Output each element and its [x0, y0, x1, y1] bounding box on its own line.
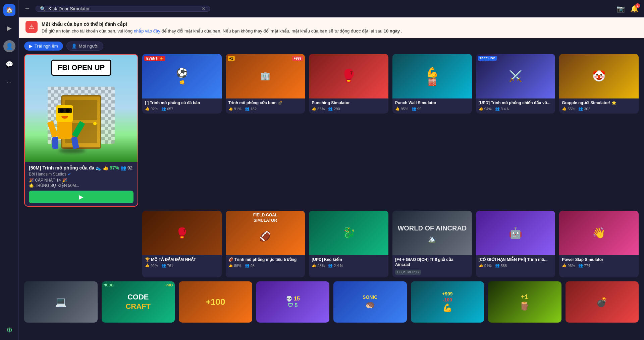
back-button[interactable]: ← — [24, 5, 30, 12]
game-thumbnail-g18: +999 -100 💪 — [411, 281, 484, 323]
game-info-g11: [CÓ GIỚI HẠN MIỄN PHÍ] Trình mô... 👍91% … — [476, 255, 555, 271]
game-title-g4: Punch Wall Simulator — [395, 100, 469, 106]
alert-banner: ⚠ Mật khẩu của bạn có thể bị đánh cắp! Đ… — [19, 17, 644, 38]
alert-title: Mật khẩu của bạn có thể bị đánh cắp! — [42, 21, 402, 28]
game-grid-row2: 🥊 🏆 MÔ TẢ ĐẤM ĐẤM NHẤT 👍92% 👥761 FIELD G… — [24, 211, 639, 277]
game-title-g9: [UPD] Kéo kiếm — [312, 257, 386, 263]
ugc-badge-g5: FREE UGC — [478, 56, 497, 61]
game-thumbnail-g19: +1 🪵 — [488, 281, 561, 323]
sidebar-item-home[interactable]: 🏠 — [3, 4, 15, 16]
alert-body: Để giữ an toàn cho tài khoản của bạn, vu… — [42, 28, 402, 35]
sidebar-item-chat[interactable]: 💬 — [3, 58, 15, 70]
game-stats-g12: 👍96% 👥774 — [562, 263, 636, 268]
game-info-g10: [F4 + GIAO DỊCH] Thế giới của Aincrad Đư… — [392, 255, 472, 277]
content-area: FBI OPEN UP [50M] Trình mô phỏng cửa đá … — [19, 54, 644, 340]
featured-play-button[interactable]: ▶ — [29, 191, 133, 203]
alert-icon: ⚠ — [25, 21, 38, 33]
game-thumbnail-g12: 👋 — [559, 211, 639, 255]
verified-badge: ✔ — [68, 172, 71, 177]
game-grid-row1: FBI OPEN UP [50M] Trình mô phỏng cửa đá … — [24, 54, 639, 207]
game-grid-row3: 💻 NOOB PRO CODE CRAFT +100 — [24, 281, 639, 323]
game-title-g10: [F4 + GIAO DỊCH] Thế giới của Aincrad — [395, 257, 469, 268]
game-title-g5: [UPD] Trình mô phỏng chiến đấu vũ... — [479, 100, 553, 106]
game-card-g13[interactable]: 💻 — [24, 281, 98, 323]
sidebar: 🏠 ▶ 👤 💬 ··· ⊕ — [0, 0, 19, 340]
game-card-g4[interactable]: 💪 🧱 Punch Wall Simulator 👍95% 👥99 — [392, 54, 472, 114]
clear-search-icon[interactable]: ✕ — [202, 6, 206, 11]
game-info-g5: [UPD] Trình mô phỏng chiến đấu vũ... 👍94… — [476, 98, 555, 114]
game-stats-g6: 👍55% 👥302 — [562, 107, 636, 111]
game-card-g11[interactable]: 🤖 [CÓ GIỚI HẠN MIỄN PHÍ] Trình mô... 👍91… — [476, 211, 555, 277]
sidebar-item-more[interactable]: ··· — [3, 76, 15, 88]
game-card-g1[interactable]: ⚽ 👊 EVENT! ⚡ [ ] Trình mô phỏng cú đá bà… — [142, 54, 222, 114]
game-card-g5[interactable]: ⚔️ FREE UGC [UPD] Trình mô phỏng chiến đ… — [476, 54, 555, 114]
game-thumbnail-g14: NOOB PRO CODE CRAFT — [102, 281, 175, 323]
game-stats-g7: 👍92% 👥761 — [145, 263, 219, 268]
game-thumbnail-g2: 🏢 +999 +1 — [226, 54, 305, 98]
game-stats-g3: 👍83% 👥290 — [312, 107, 386, 111]
filter-tab-experience[interactable]: ▶ Trải nghiệm — [24, 42, 63, 51]
game-info-g2: Trình mô phỏng cửa bom 💣 👍91% 👥182 — [226, 98, 305, 114]
game-title-g8: 🏈 Trình mô phỏng mục tiêu trường — [228, 257, 303, 263]
game-card-g20[interactable]: 💣 — [566, 281, 639, 323]
game-info-g3: Punching Simulator 👍83% 👥290 — [309, 98, 388, 114]
camera-icon[interactable]: 📷 — [616, 5, 625, 13]
play-icon: ▶ — [29, 44, 33, 49]
featured-game-card[interactable]: FBI OPEN UP [50M] Trình mô phỏng cửa đá … — [24, 54, 138, 207]
game-stats-g2: 👍91% 👥182 — [228, 107, 303, 111]
game-card-g16[interactable]: 💀 15 🛡 5 — [256, 281, 330, 323]
game-thumbnail-g1: ⚽ 👊 EVENT! ⚡ — [142, 54, 222, 98]
game-card-g19[interactable]: +1 🪵 — [488, 281, 561, 323]
game-info-g12: Power Slap Simulator 👍96% 👥774 — [559, 255, 639, 271]
game-card-g3[interactable]: 🥊 Punching Simulator 👍83% 👥290 — [309, 54, 388, 114]
game-card-g6[interactable]: 🤡 Grapple người Simulator! ⭐ 👍55% 👥302 — [559, 54, 639, 114]
game-card-g14[interactable]: NOOB PRO CODE CRAFT — [102, 281, 175, 323]
game-thumbnail-g9: 🐉 — [309, 211, 388, 255]
corner-badge-plus: +1 — [228, 56, 235, 61]
game-stats-g5: 👍94% 👥3.4 N — [479, 107, 553, 111]
game-thumbnail-g13: 💻 — [24, 281, 98, 323]
game-thumbnail-g4: 💪 🧱 — [392, 54, 472, 98]
game-thumbnail-g11: 🤖 — [476, 211, 555, 255]
filter-tab-people[interactable]: 👤 Mọi người — [66, 42, 104, 51]
game-card-g7[interactable]: 🥊 🏆 MÔ TẢ ĐẤM ĐẤM NHẤT 👍92% 👥761 — [142, 211, 222, 277]
game-stats-g4: 👍95% 👥99 — [395, 107, 469, 111]
game-thumbnail-g15: +100 — [179, 281, 252, 323]
game-card-g9[interactable]: 🐉 [UPD] Kéo kiếm 👍98% 👥2.4 N — [309, 211, 388, 277]
game-card-g10[interactable]: WORLD OF AINCRAD 🏔️ [F4 + GIAO DỊCH] Thế… — [392, 211, 472, 277]
notification-badge: 1 — [635, 3, 640, 8]
topbar-right: 📷 🔔 1 — [616, 5, 639, 13]
search-input[interactable] — [48, 6, 199, 11]
game-card-g8[interactable]: FIELD GOAL SIMULATOR 🏈 🏈 Trình mô phỏng … — [226, 211, 305, 277]
filter-tabs: ▶ Trải nghiệm 👤 Mọi người — [19, 38, 644, 54]
game-title-g2: Trình mô phỏng cửa bom 💣 — [228, 100, 303, 106]
sponsored-badge-g10: Được Tài Trợ ℹ — [395, 270, 421, 275]
game-stats-g8: 👍86% 👥98 — [228, 263, 303, 268]
game-stats-g1: 👍92% 👥657 — [145, 107, 219, 111]
sidebar-item-robux[interactable]: ⊕ — [3, 324, 15, 336]
game-card-g2[interactable]: 🏢 +999 +1 Trình mô phỏng cửa bom 💣 👍91% … — [226, 54, 305, 114]
game-info-g1: [ ] Trình mô phỏng cú đá bàn 👍92% 👥657 — [142, 98, 222, 114]
game-thumbnail-g20: 💣 — [566, 281, 639, 323]
game-card-g15[interactable]: +100 — [179, 281, 252, 323]
sidebar-item-play[interactable]: ▶ — [3, 22, 15, 34]
notification-icon[interactable]: 🔔 1 — [630, 5, 639, 13]
game-info-g8: 🏈 Trình mô phỏng mục tiêu trường 👍86% 👥9… — [226, 255, 305, 271]
sidebar-item-avatar[interactable]: 👤 — [3, 40, 15, 52]
game-card-g12[interactable]: 👋 Power Slap Simulator 👍96% 👥774 — [559, 211, 639, 277]
game-stats-g11: 👍91% 👥588 — [479, 263, 553, 268]
game-thumbnail-g5: ⚔️ FREE UGC — [476, 54, 555, 98]
game-info-g4: Punch Wall Simulator 👍95% 👥99 — [392, 98, 472, 114]
game-thumbnail-g17: SONIC 🦔 — [333, 281, 407, 323]
featured-tag2: 🌟 TRÚNG SỰ KIỆN 50M... — [29, 183, 133, 188]
game-tag-g1: EVENT! ⚡ — [144, 56, 165, 61]
game-title-g11: [CÓ GIỚI HẠN MIỄN PHÍ] Trình mô... — [479, 257, 553, 263]
alert-link[interactable]: nhấp vào đây — [134, 28, 160, 33]
game-title-g12: Power Slap Simulator — [562, 257, 636, 263]
fbi-label: FBI OPEN UP — [51, 60, 111, 76]
game-title-g7: 🏆 MÔ TẢ ĐẤM ĐẤM NHẤT — [145, 257, 219, 263]
game-title-g3: Punching Simulator — [312, 100, 386, 106]
game-card-g18[interactable]: +999 -100 💪 — [411, 281, 484, 323]
game-card-g17[interactable]: SONIC 🦔 — [333, 281, 407, 323]
game-title-g6: Grapple người Simulator! ⭐ — [562, 100, 636, 106]
